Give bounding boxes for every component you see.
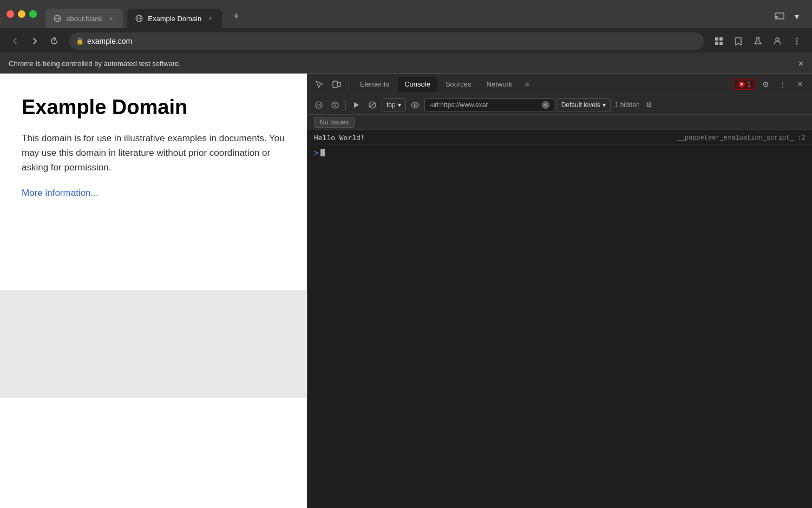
inspect-element-icon[interactable] [312,77,327,92]
page-white-section: Example Domain This domain is for use in… [0,74,307,290]
console-row: Hello World! __puppeteer_evaluation_scri… [307,132,812,145]
lock-icon: 🔒 [76,37,84,45]
svg-point-27 [414,104,416,106]
tab-example-domain[interactable]: Example Domain × [127,9,222,28]
console-toolbar: top ▾ -url:https://www.exar × Default le… [307,95,812,115]
title-bar-right: ▾ [771,8,806,25]
log-levels-label: Default levels [561,101,600,109]
tab-close-example-domain[interactable]: × [206,14,214,23]
context-label: top [387,101,396,109]
page-content: Example Domain This domain is for use in… [0,74,307,508]
device-toolbar-icon[interactable] [329,77,344,92]
error-count: 1 [747,81,751,88]
close-window-button[interactable] [6,10,14,18]
error-count-icon: ✕ [738,81,745,88]
tab-label-example-domain: Example Domain [148,15,201,23]
tab-close-about-blank[interactable]: × [107,14,115,23]
more-information-link[interactable]: More information... [22,188,99,198]
context-arrow-icon: ▾ [398,101,401,109]
svg-point-15 [796,43,798,44]
page-gray-section [0,290,307,398]
tab-elements[interactable]: Elements [353,77,396,92]
tab-console[interactable]: Console [398,77,437,92]
nav-right-buttons [710,32,806,50]
bookmark-icon[interactable] [730,32,747,50]
flask-icon[interactable] [749,32,767,50]
banner-close-button[interactable]: × [798,59,803,69]
tab-label-about-blank: about:blank [66,15,102,23]
address-bar[interactable]: 🔒 example.com [69,32,704,50]
devtools-settings-icon[interactable]: ⚙ [758,77,773,92]
prompt-arrow-icon: > [314,148,318,157]
traffic-lights [6,10,37,18]
svg-point-12 [776,38,779,41]
tab-network[interactable]: Network [480,77,519,92]
svg-rect-17 [338,82,340,87]
toolbar-separator-1 [349,79,349,90]
main-area: Example Domain This domain is for use in… [0,74,812,508]
console-settings-icon[interactable]: ⚙ [642,98,656,112]
svg-line-26 [370,103,375,107]
devtools-toolbar: Elements Console Sources Network » ✕ 1 ⚙… [307,74,812,95]
svg-rect-7 [715,37,718,41]
filter-input[interactable]: -url:https://www.exar × [424,98,554,111]
log-levels-dropdown[interactable]: Default levels ▾ [556,98,611,111]
log-levels-arrow: ▾ [603,101,606,109]
forward-button[interactable] [26,32,43,50]
block-icon[interactable] [365,98,379,112]
devtools-more-icon[interactable]: ⋮ [775,77,790,92]
nav-bar: 🔒 example.com [0,28,812,54]
svg-rect-8 [719,37,723,41]
new-tab-button[interactable]: + [228,9,244,24]
automation-text: Chrome is being controlled by automated … [9,60,181,68]
filter-clear-button[interactable]: × [542,101,549,109]
more-options-icon[interactable]: ▾ [788,8,806,25]
page-title: Example Domain [22,95,285,120]
context-selector[interactable]: top ▾ [382,98,406,111]
eye-icon[interactable] [408,98,422,112]
svg-marker-24 [354,102,359,108]
no-issues-bar: No Issues [307,115,812,130]
minimize-window-button[interactable] [18,10,25,18]
svg-point-14 [796,40,798,42]
console-source: __puppeteer_evaluation_script_ :2 [677,134,806,142]
clear-console-icon[interactable] [312,98,326,112]
tab-about-blank[interactable]: about:blank × [45,9,123,28]
profile-icon[interactable] [769,32,786,50]
more-tabs-button[interactable]: » [521,78,533,90]
console-message: Hello World! [314,134,677,142]
console-output: Hello World! __puppeteer_evaluation_scri… [307,130,812,508]
hidden-count: 1 hidden [615,101,640,109]
filter-text: -url:https://www.exar [429,101,539,109]
automation-banner: Chrome is being controlled by automated … [0,54,812,74]
reload-button[interactable] [45,32,63,50]
svg-point-13 [796,37,798,39]
play-icon[interactable] [349,98,363,112]
url-text: example.com [87,37,697,45]
more-menu-icon[interactable] [788,32,806,50]
tab-favicon-example-domain [135,14,143,23]
prompt-cursor [320,149,325,156]
console-toolbar-separator [345,100,346,110]
tab-favicon-about-blank [53,14,62,23]
svg-rect-16 [333,81,337,88]
svg-rect-9 [715,42,718,45]
filter-icon[interactable] [328,98,342,112]
title-bar: about:blank × Example Domain × + ▾ [0,0,812,28]
tab-sources[interactable]: Sources [439,77,478,92]
error-badge[interactable]: ✕ 1 [734,79,756,90]
maximize-window-button[interactable] [29,10,37,18]
cast-icon[interactable] [771,8,788,25]
devtools-panel: Elements Console Sources Network » ✕ 1 ⚙… [307,74,812,508]
back-button[interactable] [6,32,24,50]
console-prompt[interactable]: > [307,145,812,160]
page-body: This domain is for use in illustrative e… [22,131,285,175]
app-grid-icon[interactable] [710,32,728,50]
svg-rect-10 [719,42,723,45]
devtools-close-button[interactable]: × [793,77,808,92]
no-issues-button[interactable]: No Issues [314,117,355,128]
